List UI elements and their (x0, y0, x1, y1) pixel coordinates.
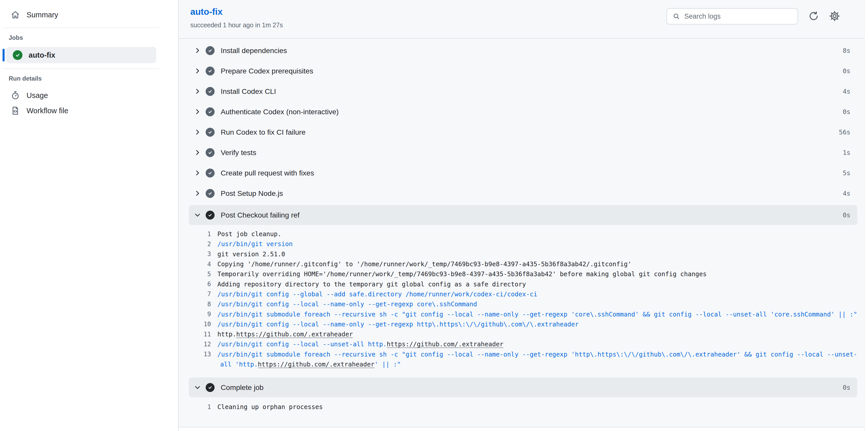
log-line-number[interactable]: 1 (179, 403, 211, 410)
step-name: Authenticate Codex (non-interactive) (221, 108, 339, 116)
step-row[interactable]: Authenticate Codex (non-interactive) 0s (179, 101, 868, 122)
step-name: Run Codex to fix CI failure (221, 128, 306, 136)
log-line-number[interactable]: 7 (179, 291, 211, 298)
log-line-text: /usr/bin/git submodule foreach --recursi… (217, 351, 857, 358)
step-duration: 0s (843, 67, 850, 75)
step-duration: 1s (843, 149, 850, 156)
log-line-text: Cleaning up orphan processes (217, 403, 323, 410)
step-success-check-icon (206, 46, 215, 55)
chevron-right-icon (194, 108, 202, 115)
log-line-number[interactable]: 13 (179, 351, 211, 358)
sidebar-divider (3, 68, 159, 69)
sidebar-job-label: auto-fix (29, 51, 55, 59)
log-settings-button[interactable] (829, 11, 840, 22)
log-url-link[interactable]: https://github.com/.extraheader (236, 331, 353, 338)
sidebar-workflow-file-label: Workflow file (27, 107, 68, 115)
step: Post Checkout failing ref 0s 1 Post job … (179, 205, 868, 376)
step: Run Codex to fix CI failure 56s (179, 122, 868, 142)
log-line-number[interactable]: 1 (179, 231, 211, 238)
step-row[interactable]: Install Codex CLI 4s (179, 81, 868, 101)
step: Complete job 0s 1 Cleaning up orphan pro… (179, 377, 868, 419)
step-name: Post Setup Node.js (221, 189, 283, 198)
log-line-number[interactable]: 2 (179, 240, 211, 247)
log-line-number[interactable]: 6 (179, 280, 211, 288)
job-header: auto-fix succeeded 1 hour ago in 1m 27s (179, 0, 868, 39)
refresh-logs-button[interactable] (808, 11, 819, 22)
log-line: 12 /usr/bin/git config --local --unset-a… (179, 339, 868, 349)
sidebar-item-usage[interactable]: Usage (0, 88, 178, 103)
step-logs: 1 Cleaning up orphan processes (179, 397, 868, 419)
log-line: 3 git version 2.51.0 (179, 249, 868, 259)
step-row[interactable]: Install dependencies 8s (179, 40, 868, 61)
log-line: all 'http.https://github.com/.extraheade… (179, 359, 868, 369)
refresh-icon (808, 11, 819, 22)
log-line-number[interactable]: 4 (179, 261, 211, 268)
chevron-right-icon (194, 67, 202, 74)
step: Install Codex CLI 4s (179, 81, 868, 101)
step-row[interactable]: Prepare Codex prerequisites 0s (179, 61, 868, 81)
search-logs-input[interactable] (684, 12, 792, 21)
log-line-number[interactable]: 8 (179, 301, 211, 308)
step: Prepare Codex prerequisites 0s (179, 61, 868, 81)
chevron-down-icon (194, 211, 202, 219)
search-icon (673, 12, 680, 20)
step: Create pull request with fixes 5s (179, 163, 868, 183)
step-duration: 4s (843, 190, 850, 197)
log-url-link[interactable]: https://github.com/.extraheader (387, 340, 503, 348)
step-success-check-icon (206, 189, 215, 198)
step-duration: 0s (843, 384, 850, 391)
chevron-right-icon (194, 149, 202, 156)
step-duration: 4s (843, 88, 850, 95)
log-segment: ' || :" (375, 361, 401, 368)
step-row[interactable]: Post Setup Node.js 4s (179, 183, 868, 203)
sidebar-item-job-auto-fix[interactable]: auto-fix (6, 47, 156, 63)
step-row[interactable]: Complete job 0s (189, 377, 857, 397)
sidebar-run-details-header: Run details (0, 75, 178, 82)
log-url-link[interactable]: https://github.com/.extraheader (258, 361, 375, 368)
log-segment: /usr/bin/git submodule foreach --recursi… (217, 351, 857, 358)
log-line-number[interactable]: 9 (179, 311, 211, 318)
step-row[interactable]: Post Checkout failing ref 0s (189, 205, 857, 225)
log-line: 1 Cleaning up orphan processes (179, 402, 868, 412)
log-segment: /usr/bin/git config --local --unset-all … (217, 340, 387, 348)
step-row[interactable]: Run Codex to fix CI failure 56s (179, 122, 868, 142)
step-success-check-icon (206, 169, 215, 177)
panel-bottom-edge (179, 427, 868, 431)
step-success-check-icon (206, 128, 215, 137)
log-line-number[interactable]: 10 (179, 321, 211, 328)
stopwatch-icon (11, 91, 20, 100)
step-success-check-icon (206, 148, 215, 157)
log-segment: git version 2.51.0 (217, 251, 285, 258)
chevron-right-icon (194, 169, 202, 176)
sidebar-item-workflow-file[interactable]: Workflow file (0, 103, 178, 118)
steps-list: Install dependencies 8s Prepare Codex pr… (179, 39, 868, 427)
step-name: Prepare Codex prerequisites (221, 67, 313, 75)
log-segment: /usr/bin/git version (217, 240, 293, 247)
log-segment: /usr/bin/git config --local --name-only … (217, 300, 477, 308)
log-line-number[interactable]: 3 (179, 251, 211, 258)
job-title-link[interactable]: auto-fix (190, 7, 283, 17)
log-line-number[interactable]: 12 (179, 341, 211, 348)
log-segment: http. (217, 331, 236, 338)
log-segment: /usr/bin/git submodule foreach --recursi… (217, 311, 857, 318)
step-duration: 8s (843, 47, 850, 54)
step-row[interactable]: Verify tests 1s (179, 142, 868, 163)
log-line: 2 /usr/bin/git version (179, 239, 868, 249)
sidebar-item-summary[interactable]: Summary (0, 7, 178, 23)
log-line-number[interactable]: 11 (179, 331, 211, 338)
sidebar-jobs-header: Jobs (0, 34, 178, 41)
step-name: Install dependencies (221, 46, 287, 55)
step: Verify tests 1s (179, 142, 868, 163)
log-line-number[interactable]: 5 (179, 271, 211, 278)
sidebar-divider (3, 28, 159, 28)
home-icon (11, 10, 20, 20)
step-row[interactable]: Create pull request with fixes 5s (179, 163, 868, 183)
step-success-check-icon (206, 383, 215, 392)
step-name: Complete job (221, 383, 264, 392)
scrollbar-gutter[interactable] (864, 0, 868, 431)
step-duration: 5s (843, 169, 850, 177)
step-name: Verify tests (221, 148, 256, 157)
log-segment: Copying '/home/runner/.gitconfig' to '/h… (217, 260, 631, 268)
step-success-check-icon (206, 67, 215, 75)
log-line: 8 /usr/bin/git config --local --name-onl… (179, 299, 868, 309)
